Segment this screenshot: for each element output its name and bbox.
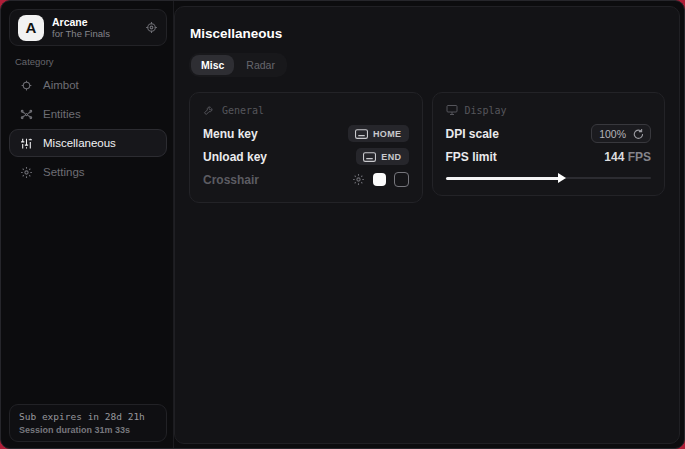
crosshair-controls xyxy=(352,172,409,187)
dpi-scale-label: DPI scale xyxy=(446,127,499,141)
sidebar-item-settings[interactable]: Settings xyxy=(9,158,167,186)
tab-radar[interactable]: Radar xyxy=(236,55,285,75)
crosshair-row: Crosshair xyxy=(203,168,409,191)
slider-thumb[interactable] xyxy=(558,173,566,183)
unload-key-bind-button[interactable]: END xyxy=(356,148,408,165)
general-card-title: General xyxy=(222,105,264,116)
tab-bar: Misc Radar xyxy=(189,53,287,77)
display-card: Display DPI scale 100% xyxy=(432,92,666,196)
session-duration-text: Session duration 31m 33s xyxy=(19,424,157,436)
slider-fill xyxy=(446,177,561,180)
crosshair-settings-gear-icon[interactable] xyxy=(352,173,365,186)
fps-limit-row: FPS limit 144 FPS xyxy=(446,145,652,168)
general-card-header: General xyxy=(203,104,409,116)
sidebar-item-label: Entities xyxy=(43,108,81,120)
sidebar-item-entities[interactable]: Entities xyxy=(9,100,167,128)
app-titles: Arcane for The Finals xyxy=(52,16,145,40)
cards-row: General Menu key HOME xyxy=(189,92,665,203)
unload-key-label: Unload key xyxy=(203,150,267,164)
crosshair-color-swatch[interactable] xyxy=(373,173,386,186)
category-label: Category xyxy=(15,56,54,67)
sidebar-nav: Aimbot Entities xyxy=(9,71,167,187)
keyboard-icon xyxy=(355,129,368,139)
general-card: General Menu key HOME xyxy=(189,92,423,203)
sidebar-item-miscellaneous[interactable]: Miscellaneous xyxy=(9,129,167,157)
sidebar-item-aimbot[interactable]: Aimbot xyxy=(9,71,167,99)
menu-key-bind-button[interactable]: HOME xyxy=(348,125,409,142)
sidebar-item-label: Settings xyxy=(43,166,85,178)
gear-icon xyxy=(19,166,33,179)
fps-limit-label: FPS limit xyxy=(446,150,497,164)
menu-key-value: HOME xyxy=(373,129,402,139)
subscription-footer: Sub expires in 28d 21h Session duration … xyxy=(9,404,167,442)
monitor-icon xyxy=(446,104,458,116)
menu-key-row: Menu key HOME xyxy=(203,122,409,145)
app-subtitle: for The Finals xyxy=(52,28,145,40)
crosshair-label: Crosshair xyxy=(203,173,259,187)
sub-expiry-text: Sub expires in 28d 21h xyxy=(19,410,157,424)
crosshair-icon xyxy=(19,79,33,92)
tab-misc[interactable]: Misc xyxy=(191,55,234,75)
unload-key-row: Unload key END xyxy=(203,145,409,168)
sidebar: A Arcane for The Finals Category xyxy=(1,1,174,448)
menu-key-label: Menu key xyxy=(203,127,258,141)
crosshair-enable-checkbox[interactable] xyxy=(394,172,409,187)
page-title: Miscellaneous xyxy=(190,26,665,41)
display-card-title: Display xyxy=(465,105,507,116)
wrench-icon xyxy=(203,104,215,116)
unload-key-value: END xyxy=(381,152,401,162)
app-logo: A xyxy=(18,15,44,41)
fps-limit-slider[interactable] xyxy=(446,172,652,184)
sidebar-item-label: Miscellaneous xyxy=(43,137,116,149)
sliders-icon xyxy=(19,137,33,150)
dpi-scale-select[interactable]: 100% xyxy=(591,124,651,143)
app-header-card: A Arcane for The Finals xyxy=(9,9,167,46)
display-card-header: Display xyxy=(446,104,652,116)
target-icon[interactable] xyxy=(145,21,158,34)
sidebar-item-label: Aimbot xyxy=(43,79,79,91)
main-panel: Miscellaneous Misc Radar General Menu ke… xyxy=(174,6,680,444)
dpi-scale-row: DPI scale 100% xyxy=(446,122,652,145)
fps-limit-value: 144 FPS xyxy=(604,150,651,164)
app-window: A Arcane for The Finals Category xyxy=(0,0,685,449)
app-name: Arcane xyxy=(52,16,145,28)
entities-icon xyxy=(19,108,33,121)
dpi-scale-value: 100% xyxy=(599,128,626,140)
refresh-icon xyxy=(632,128,643,139)
keyboard-icon xyxy=(363,152,376,162)
